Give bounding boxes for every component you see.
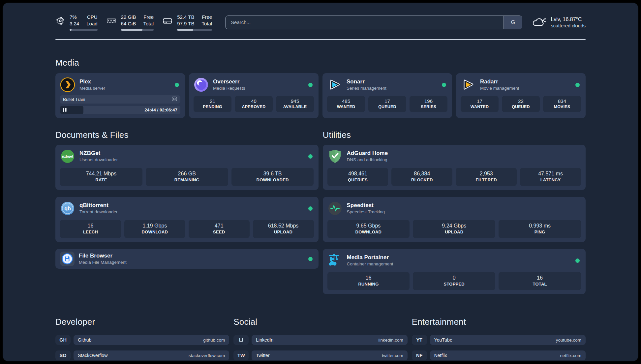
qbittorrent-icon: qb [60,201,75,216]
cpu-progress-bar [70,29,98,31]
section-title-media: Media [55,58,586,68]
stat-tile: 471 SEED [189,220,250,238]
app-title: NZBGet [79,150,304,157]
stat-tile: 47.571 ms LATENCY [520,168,581,186]
section-title-social: Social [233,317,407,327]
stat-tile: 945 AVAILABLE [276,96,314,112]
bookmark-tag: TW [233,350,249,360]
documents-column: Documents & Files nzbget NZBGet Usenet d [55,130,319,301]
stat-tile: 485 WANTED [327,96,365,112]
bookmark-tag: GH [55,335,71,345]
pause-icon[interactable] [63,107,67,113]
stat-tile: 17 QUEUED [368,96,406,112]
utilities-column: Utilities AdGuard Home [323,130,586,301]
stat-tile: 39.6 TB DOWNLOADED [231,168,314,186]
bookmark-stackoverflow[interactable]: SO StackOverflowstackoverflow.com [55,350,229,360]
stat-tile: 16 TOTAL [499,272,581,290]
app-card-speedtest[interactable]: Speedtest Speedtest Tracking 9.65 Gbps D… [323,197,586,242]
now-playing-title: Bullet Train [63,97,171,102]
bookmark-youtube[interactable]: YT YouTubeyoutube.com [412,335,586,345]
cpu-load-value: 3.24 [70,20,79,27]
topbar-divider [55,39,586,40]
overseerr-icon [194,77,209,92]
adguard-icon [327,149,343,164]
storage-stat: 52.4 TB Free 97.9 TB Total [162,14,212,31]
app-card-plex[interactable]: Plex Media server Bullet Train [55,73,185,118]
radarr-icon [461,77,476,92]
app-subtitle: Speedtest Tracking [347,209,581,215]
stat-tile: 16 RUNNING [327,272,410,290]
bookmark-tag: SO [55,350,71,360]
bookmark-name: Github [78,337,91,343]
app-subtitle: Media server [79,85,170,91]
bookmark-url: stackoverflow.com [189,353,225,358]
stat-tile: 2,953 FILTERED [456,168,517,186]
bookmark-url: linkedin.com [379,338,403,343]
bookmark-linkedin[interactable]: LI LinkedInlinkedin.com [233,335,407,345]
stat-tile: 21 PENDING [194,96,231,112]
status-dot [308,257,313,261]
stat-tile: 266 GB REMAINING [146,168,228,186]
status-dot [308,83,313,87]
app-card-portainer[interactable]: Media Portainer Container management 16 … [323,249,586,294]
bookmark-name: Twitter [256,353,269,358]
dashboard-panel: 7% CPU 3.24 Load 22 GiB Free 6 [3,3,638,361]
search-input[interactable] [225,15,522,29]
app-card-filebrowser[interactable]: File Browser Media File Management [55,249,319,269]
section-title-documents: Documents & Files [55,130,319,140]
stat-tile: 40 APPROVED [235,96,273,112]
app-subtitle: Series management [347,85,438,91]
stat-tile: 9.24 Gbps UPLOAD [413,220,495,238]
section-title-utilities: Utilities [323,130,586,140]
status-dot [442,83,446,87]
weather-widget: Lviv, 16.87°C scattered clouds [532,16,586,29]
stat-tile: 86,384 BLOCKED [391,168,452,186]
storage-icon [162,14,173,27]
status-dot [175,83,179,87]
top-bar: 7% CPU 3.24 Load 22 GiB Free 6 [55,14,586,31]
stat-tile: 1.19 Gbps DOWNLOAD [124,220,185,238]
bookmark-tag: LI [233,335,249,345]
nzbget-icon: nzbget [60,149,75,164]
app-title: Sonarr [347,78,438,85]
app-title: Radarr [480,78,571,85]
cpu-usage-value: 7% [70,14,79,20]
bookmark-github[interactable]: GH Githubgithub.com [55,335,229,345]
app-title: File Browser [79,252,304,259]
app-card-overseerr[interactable]: Overseerr Media Requests 21 PENDING 40 A… [189,73,319,118]
storage-free-value: 52.4 TB [177,14,194,20]
cloud-icon [532,16,546,29]
sonarr-icon [327,77,342,92]
bookmark-tag: NF [412,350,427,360]
stat-tile: 0.993 ms PING [499,220,581,238]
filebrowser-icon [60,252,75,266]
app-card-sonarr[interactable]: Sonarr Series management 485 WANTED 17 Q… [322,73,452,118]
bookmark-name: StackOverflow [78,353,107,358]
app-subtitle: Torrent downloader [79,209,304,215]
app-title: qBittorrent [79,202,304,209]
stat-tile: 196 SERIES [410,96,447,112]
app-subtitle: Media File Management [79,259,304,265]
app-card-radarr[interactable]: Radarr Movie management 17 WANTED 22 QUE… [456,73,586,118]
bookmark-url: twitter.com [382,353,403,358]
storage-total-label: Total [201,20,212,27]
app-card-adguard[interactable]: AdGuard Home DNS and adblocking 498,461 … [323,145,586,190]
status-dot [308,206,313,211]
bookmark-twitter[interactable]: TW Twittertwitter.com [233,350,407,360]
search-provider-button[interactable]: G [504,16,522,29]
stat-tile: 22 QUEUED [502,96,540,112]
app-card-qbittorrent[interactable]: qb qBittorrent Torrent downloader 16 LEE… [55,197,319,242]
bookmark-name: Netflix [434,353,447,358]
app-title: Overseerr [213,78,304,85]
storage-progress-bar [177,29,212,31]
bookmark-netflix[interactable]: NF Netflixnetflix.com [412,350,586,360]
status-dot [575,258,580,263]
bookmarks-social: Social LI LinkedInlinkedin.com TW Twitte… [233,317,407,361]
storage-total-value: 97.9 TB [177,20,194,27]
app-subtitle: DNS and adblocking [347,157,581,163]
bookmark-name: YouTube [434,337,452,343]
cpu-usage-label: CPU [86,14,97,20]
status-dot [575,83,580,87]
cast-icon[interactable] [171,96,177,103]
app-card-nzbget[interactable]: nzbget NZBGet Usenet downloader 744.21 M… [55,145,319,190]
